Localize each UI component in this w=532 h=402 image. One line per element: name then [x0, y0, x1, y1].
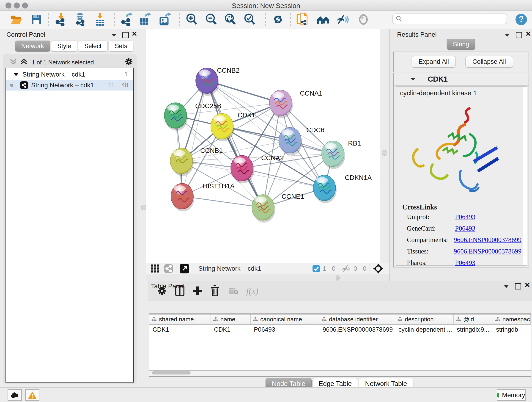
- crosslink-value-link[interactable]: 9606.ENSP00000378699: [454, 236, 521, 244]
- save-session-button[interactable]: [30, 13, 43, 26]
- zoom-out-button[interactable]: [204, 13, 218, 26]
- zoom-selected-button[interactable]: [243, 13, 257, 26]
- warnings-button[interactable]: [25, 389, 39, 401]
- horizontal-splitter-handle[interactable]: [336, 275, 340, 281]
- table-cell[interactable]: 9606.ENSP00000378699: [319, 325, 395, 335]
- entry-collapse-caret-icon[interactable]: [410, 78, 415, 81]
- memory-button[interactable]: Memory: [497, 389, 526, 401]
- new-network-from-selection-button[interactable]: [296, 13, 310, 26]
- zoom-fit-button[interactable]: [223, 13, 237, 26]
- network-node-CDK1[interactable]: CDK1: [211, 111, 255, 141]
- column-header-namespac[interactable]: namespac: [493, 314, 531, 324]
- network-status-dot-icon: [10, 84, 13, 87]
- network-node-CDKN1A[interactable]: CDKN1A: [313, 174, 372, 203]
- right-splitter-handle[interactable]: [382, 150, 387, 156]
- export-network-button[interactable]: [120, 13, 133, 26]
- houses-icon: [316, 14, 330, 25]
- table-cell[interactable]: stringdb: [493, 325, 531, 335]
- control-panel: Control Panel ✕ NetworkStyleSelectSets 1…: [0, 29, 139, 387]
- table-cell[interactable]: stringdb:9...: [454, 325, 493, 335]
- control-panel-close-button[interactable]: ✕: [132, 32, 137, 36]
- open-in-window-icon[interactable]: [180, 264, 189, 274]
- results-panel-close-button[interactable]: ✕: [525, 32, 531, 36]
- delete-trash-icon[interactable]: [210, 285, 219, 296]
- import-network-file-button[interactable]: [54, 13, 68, 26]
- export-image-button[interactable]: [158, 13, 172, 26]
- tab-network[interactable]: Network: [15, 41, 50, 51]
- network-node-CCNE1[interactable]: CCNE1: [252, 193, 304, 223]
- crosslink-value-link[interactable]: P06493: [455, 259, 475, 267]
- import-network-database-button[interactable]: [74, 13, 88, 26]
- import-table-file-button[interactable]: [93, 13, 107, 26]
- tree-expand-caret-icon[interactable]: [13, 73, 19, 76]
- table-cell[interactable]: CDK1: [149, 325, 211, 335]
- entry-header[interactable]: CDK1: [394, 73, 529, 86]
- column-header--id[interactable]: @id: [454, 314, 493, 324]
- table-cell[interactable]: CDK1: [211, 325, 251, 335]
- help-button[interactable]: ?: [514, 13, 528, 26]
- table-panel-float-button[interactable]: [515, 283, 521, 289]
- control-panel-title: Control Panel: [6, 31, 45, 38]
- tab-string[interactable]: String: [447, 39, 475, 50]
- network-node-HIST1H1A[interactable]: HIST1H1A: [171, 182, 234, 211]
- toolbar-divider: [290, 13, 291, 26]
- export-table-icon: [139, 13, 151, 26]
- horizontal-splitter[interactable]: [146, 274, 389, 281]
- table-panel-close-button[interactable]: ✕: [525, 283, 530, 288]
- results-scrollbar[interactable]: [523, 86, 527, 266]
- tab-style[interactable]: Style: [51, 41, 77, 51]
- crosslink-value-link[interactable]: P06493: [455, 225, 475, 232]
- control-panel-float-button[interactable]: [122, 32, 129, 38]
- network-node-CCNA2[interactable]: CCNA2: [231, 154, 284, 183]
- table-data-row[interactable]: CDK1CDK1P064939606.ENSP00000378699cyclin…: [149, 325, 531, 335]
- column-type-icon: [213, 317, 218, 322]
- network-collection-row[interactable]: String Network – cdk1 1: [6, 69, 133, 80]
- help-icon: ?: [515, 13, 527, 26]
- show-all-button[interactable]: [356, 13, 370, 26]
- control-panel-menu-caret-icon[interactable]: [111, 34, 116, 37]
- column-header-shared-name[interactable]: shared name: [149, 314, 211, 324]
- add-column-plus-icon[interactable]: [193, 286, 202, 296]
- open-session-button[interactable]: [10, 13, 23, 26]
- table-cell[interactable]: P06493: [251, 325, 319, 335]
- apply-layout-button[interactable]: [271, 13, 285, 26]
- cloud-status-button[interactable]: [7, 389, 22, 401]
- results-panel-title: Results Panel: [397, 31, 437, 38]
- control-panel-tabs: NetworkStyleSelectSets: [15, 41, 134, 51]
- results-panel-float-button[interactable]: [516, 32, 522, 38]
- hide-selected-button[interactable]: [336, 13, 350, 26]
- network-node-CCNB2[interactable]: CCNB2: [196, 67, 239, 96]
- node-label-CDK1: CDK1: [238, 111, 255, 119]
- gear-icon[interactable]: [124, 57, 133, 66]
- column-header-description[interactable]: description: [395, 314, 454, 324]
- crosslink-value-link[interactable]: P06493: [455, 213, 475, 221]
- tab-sets[interactable]: Sets: [109, 41, 133, 51]
- column-header-name[interactable]: name: [211, 314, 251, 324]
- network-edge-CCNB2-HIST1H1A[interactable]: [182, 81, 207, 196]
- column-header-database-identifier[interactable]: database identifier: [319, 314, 395, 324]
- network-row-selected[interactable]: String Network – cdk1 11 48: [6, 80, 133, 90]
- results-panel-menu-caret-icon[interactable]: [505, 34, 510, 37]
- network-canvas[interactable]: CCNB2CCNA1CDC25BCDK1CDC6RB1CCNB1CCNA2CDK…: [146, 29, 380, 263]
- selected-checkbox-icon[interactable]: [312, 265, 320, 272]
- network-node-CCNA1[interactable]: CCNA1: [269, 89, 322, 118]
- network-node-CDC6[interactable]: CDC6: [279, 126, 324, 155]
- expand-all-button[interactable]: Expand All: [412, 56, 456, 68]
- tab-select[interactable]: Select: [78, 41, 108, 51]
- zoom-in-button[interactable]: [185, 13, 199, 26]
- crosslink-value-link[interactable]: 9606.ENSP00000378699: [454, 248, 521, 255]
- export-table-button[interactable]: [138, 13, 152, 26]
- search-field[interactable]: [393, 13, 507, 24]
- scrollbar-thumb[interactable]: [152, 371, 191, 375]
- network-edge-HIST1H1A-CCNE1[interactable]: [182, 196, 263, 207]
- column-header-canonical-name[interactable]: canonical name: [251, 314, 319, 324]
- collapse-all-button[interactable]: Collapse All: [465, 56, 513, 68]
- first-neighbors-button[interactable]: [316, 13, 330, 26]
- network-node-RB1[interactable]: RB1: [322, 140, 361, 169]
- center-view-crosshair-icon[interactable]: [373, 263, 384, 274]
- table-panel-menu-caret-icon[interactable]: [504, 285, 509, 288]
- birdseye-grid-icon[interactable]: [151, 264, 159, 273]
- table-cell[interactable]: cyclin-dependent ...: [395, 325, 454, 335]
- network-share-icon[interactable]: [164, 264, 173, 273]
- table-horizontal-scrollbar[interactable]: [149, 370, 531, 376]
